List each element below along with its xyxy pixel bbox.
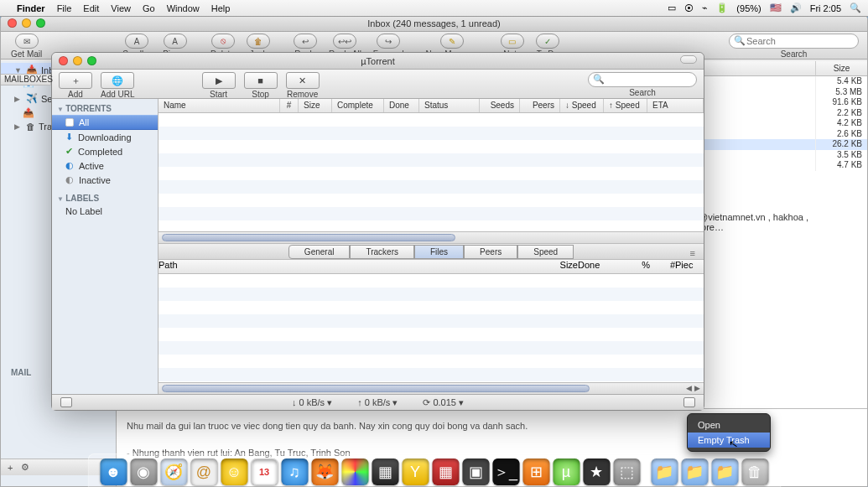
col-up-speed[interactable]: ↑ Speed	[604, 99, 647, 112]
left-pane-toggle[interactable]	[60, 397, 72, 407]
sidebar-item-nolabel[interactable]: No Label	[52, 205, 158, 218]
dcol-size[interactable]: Size	[539, 260, 578, 273]
status-up[interactable]: ↑ 0 kB/s ▾	[357, 397, 398, 408]
tab-files[interactable]: Files	[414, 245, 464, 259]
new-message-button[interactable]: ✎	[440, 34, 464, 49]
delete-button[interactable]: ⦸	[211, 34, 235, 49]
dock-ichat[interactable]: ☺	[221, 459, 247, 485]
menu-edit[interactable]: Edit	[83, 3, 99, 13]
dock-dashboard[interactable]: ◉	[130, 459, 157, 485]
add-url-button[interactable]: 🌐	[101, 72, 134, 89]
remove-button[interactable]: ✕	[286, 72, 320, 89]
ut-horizontal-scrollbar[interactable]	[159, 231, 704, 243]
todo-button[interactable]: ✓	[536, 34, 559, 49]
zoom-icon[interactable]	[36, 18, 45, 28]
tab-speed[interactable]: Speed	[517, 245, 574, 259]
dock-folder-2[interactable]: 📁	[681, 459, 708, 485]
reply-all-button[interactable]: ↩↩	[333, 34, 356, 49]
ut-detail-columns[interactable]: Path Size Done % # Piec	[159, 260, 704, 274]
display-icon[interactable]: ▭	[668, 3, 676, 13]
col-eta[interactable]: ETA	[647, 99, 704, 112]
dcol-pct[interactable]: %	[616, 260, 650, 273]
dock-picasa[interactable]	[341, 459, 368, 485]
dock-mail[interactable]: @	[190, 459, 217, 485]
menu-file[interactable]: File	[57, 3, 72, 13]
menu-view[interactable]: View	[111, 3, 131, 13]
ut-detail-scrollbar[interactable]: ◀ ▶	[159, 382, 704, 394]
bigger-button[interactable]: A	[164, 34, 187, 49]
minimize-icon[interactable]	[73, 56, 82, 65]
ut-column-headers[interactable]: Name # Size Complete Done Status Seeds P…	[159, 99, 704, 113]
tab-general[interactable]: General	[288, 245, 351, 259]
col-status[interactable]: Status	[419, 99, 480, 112]
col-complete[interactable]: Complete	[332, 99, 384, 112]
ut-torrent-list[interactable]	[159, 113, 704, 231]
toolbar-toggle-button[interactable]	[680, 55, 697, 64]
forward-button[interactable]: ↪	[377, 34, 400, 49]
torrents-header[interactable]: TORRENTS	[52, 102, 158, 115]
spotlight-icon[interactable]: 🔍	[850, 3, 861, 13]
dcol-path[interactable]: Path	[159, 260, 539, 273]
size-column-header[interactable]: Size	[815, 61, 867, 76]
scrollbar-thumb[interactable]	[162, 234, 455, 241]
dock-itunes[interactable]: ♫	[281, 459, 308, 485]
ut-titlebar[interactable]: µTorrent	[52, 53, 704, 70]
wifi-icon[interactable]: ⦿	[684, 3, 694, 13]
tab-peers[interactable]: Peers	[464, 245, 517, 259]
clock[interactable]: Fri 2:05	[810, 3, 841, 13]
dcol-done[interactable]: Done	[578, 260, 616, 273]
ctx-open[interactable]: Open	[688, 417, 770, 433]
active-app-name[interactable]: Finder	[17, 3, 45, 13]
dock-rdc[interactable]: ⊞	[522, 459, 549, 485]
status-ratio[interactable]: ⟳ 0.015 ▾	[423, 397, 464, 408]
dcol-num[interactable]: #	[650, 260, 675, 273]
col-seeds[interactable]: Seeds	[480, 99, 520, 112]
dock-finder[interactable]: ☻	[100, 459, 127, 485]
sidebar-item-completed[interactable]: ✔Completed	[52, 144, 158, 158]
ut-file-list[interactable]	[159, 274, 704, 382]
dock-vmware[interactable]: ▣	[462, 459, 489, 485]
dock-app-red[interactable]: ▦	[432, 459, 459, 485]
detail-menu-icon[interactable]: ≡	[690, 248, 695, 258]
dock-preview[interactable]: ▦	[372, 459, 398, 485]
col-num[interactable]: #	[280, 99, 299, 112]
menu-help[interactable]: Help	[211, 3, 231, 13]
col-size[interactable]: Size	[299, 99, 332, 112]
stop-button[interactable]: ■	[244, 72, 278, 89]
status-down[interactable]: ↓ 0 kB/s ▾	[292, 397, 332, 408]
dock-folder-1[interactable]: 📁	[651, 459, 678, 485]
dock-utorrent[interactable]: µ	[553, 459, 580, 485]
start-button[interactable]: ▶	[202, 72, 236, 89]
sidebar-item-active[interactable]: ◐Active	[52, 158, 158, 173]
scrollbar-thumb[interactable]	[162, 385, 590, 392]
close-icon[interactable]	[59, 56, 68, 65]
col-peers[interactable]: Peers	[520, 99, 560, 112]
labels-header[interactable]: LABELS	[52, 192, 158, 205]
mail-search-input[interactable]	[729, 34, 859, 49]
mail-titlebar[interactable]: Inbox (240 messages, 1 unread)	[1, 15, 867, 32]
col-down-speed[interactable]: ↓ Speed	[560, 99, 604, 112]
dock-ical[interactable]: 13	[251, 459, 278, 485]
dock-firefox[interactable]: 🦊	[311, 459, 338, 485]
smaller-button[interactable]: A	[125, 34, 148, 49]
input-flag[interactable]: 🇺🇸	[770, 3, 782, 13]
volume-icon[interactable]: 🔊	[790, 3, 802, 13]
sidebar-item-all[interactable]: All	[52, 115, 158, 130]
battery-icon[interactable]: 🔋	[716, 3, 728, 13]
add-mailbox-button[interactable]: +	[8, 463, 13, 473]
minimize-icon[interactable]	[22, 18, 31, 28]
col-name[interactable]: Name	[159, 99, 280, 112]
dock-app-misc[interactable]: ⬚	[613, 459, 640, 485]
right-pane-toggle[interactable]	[683, 397, 695, 407]
col-done[interactable]: Done	[384, 99, 419, 112]
close-icon[interactable]	[8, 18, 17, 28]
dock-imovie[interactable]: ★	[583, 459, 610, 485]
dock-yahoo[interactable]: Y	[402, 459, 429, 485]
zoom-icon[interactable]	[87, 56, 96, 65]
menu-window[interactable]: Window	[167, 3, 200, 13]
bluetooth-icon[interactable]: ⌁	[702, 3, 708, 13]
add-button[interactable]: ＋	[59, 72, 92, 89]
sidebar-item-inactive[interactable]: ◐Inactive	[52, 173, 158, 187]
reply-button[interactable]: ↩	[294, 34, 317, 49]
dcol-pieces[interactable]: Piec	[675, 260, 704, 273]
